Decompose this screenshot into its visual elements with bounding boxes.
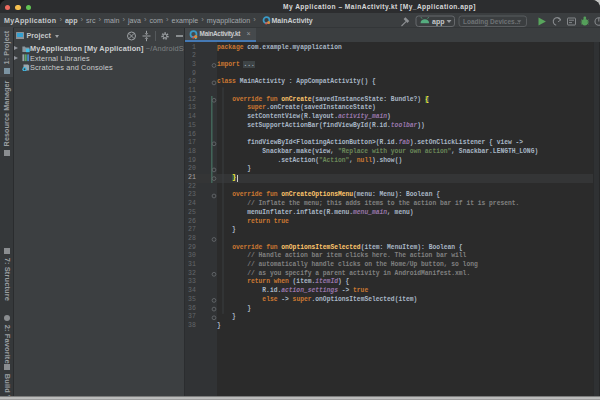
svg-text:Loading Devices...: Loading Devices... [463,18,520,26]
svg-text:app: app [432,18,444,26]
